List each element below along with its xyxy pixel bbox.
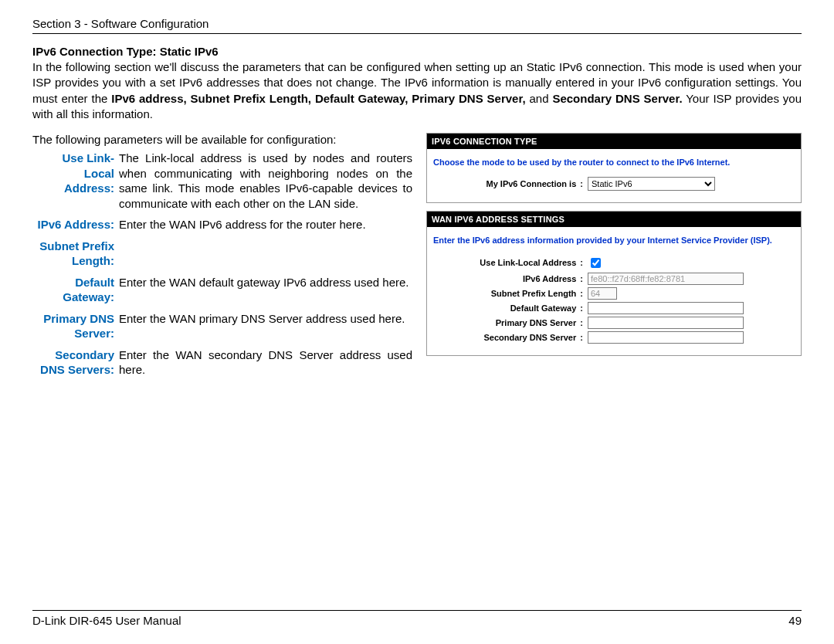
def-row-default-gateway: Default Gateway: Enter the WAN default g… [32, 275, 412, 305]
intro-paragraph: In the following section we'll discuss t… [32, 59, 802, 122]
primary-dns-input[interactable] [588, 317, 744, 329]
intro-text-mid: and [526, 92, 553, 105]
secondary-dns-input[interactable] [588, 331, 744, 344]
panel-note: Enter the IPv6 address information provi… [433, 235, 795, 246]
params-intro: The following parameters will be availab… [32, 133, 412, 146]
form-label: IPv6 Address : [433, 274, 588, 283]
page-title: IPv6 Connection Type: Static IPv6 [32, 45, 802, 58]
def-row-subnet-prefix: Subnet Prefix Length: [32, 239, 412, 269]
page-footer: D-Link DIR-645 User Manual 49 [32, 610, 802, 627]
def-label: Subnet Prefix Length: [32, 239, 119, 269]
section-header: Section 3 - Software Configuration [32, 17, 802, 34]
panel-ipv6-connection-type: IPV6 CONNECTION TYPE Choose the mode to … [426, 133, 802, 203]
def-value: Enter the WAN secondary DNS Server addre… [119, 347, 412, 378]
def-row-secondary-dns: Secondary DNS Servers: Enter the WAN sec… [32, 347, 412, 378]
form-label: Subnet Prefix Length : [433, 289, 588, 298]
def-value: Enter the WAN IPv6 address for the route… [119, 217, 412, 232]
form-row-connection: My IPv6 Connection is : Static IPv6 [433, 177, 795, 191]
form-label: Primary DNS Server : [433, 318, 588, 327]
form-row-use-link-local: Use Link-Local Address : [433, 256, 795, 270]
def-value: Enter the WAN default gateway IPv6 addre… [119, 275, 412, 290]
form-row-secondary-dns: Secondary DNS Server : [433, 331, 795, 344]
panel-wan-ipv6-settings: WAN IPV6 ADDRESS SETTINGS Enter the IPv6… [426, 211, 802, 355]
intro-bold-2: Secondary DNS Server. [552, 92, 682, 105]
def-value: The Link-local address is used by nodes … [119, 151, 412, 211]
form-row-primary-dns: Primary DNS Server : [433, 317, 795, 329]
def-label: Secondary DNS Servers: [32, 347, 119, 378]
panel-header: WAN IPV6 ADDRESS SETTINGS [427, 212, 801, 227]
footer-right: 49 [788, 614, 802, 627]
use-link-local-checkbox[interactable] [591, 258, 601, 268]
def-label: IPv6 Address: [32, 217, 119, 232]
panel-note: Choose the mode to be used by the router… [433, 157, 795, 168]
def-value: Enter the WAN primary DNS Server address… [119, 311, 412, 327]
def-row-primary-dns: Primary DNS Server: Enter the WAN primar… [32, 311, 412, 341]
form-row-ipv6-address: IPv6 Address : [433, 273, 795, 285]
form-row-subnet-prefix: Subnet Prefix Length : [433, 287, 795, 300]
ipv6-address-input[interactable] [588, 273, 744, 285]
intro-bold-1: IPv6 address, Subnet Prefix Length, Defa… [111, 92, 525, 105]
form-label: My IPv6 Connection is : [433, 179, 588, 188]
def-row-ipv6-address: IPv6 Address: Enter the WAN IPv6 address… [32, 217, 412, 232]
def-row-use-link-local: Use Link-Local Address: The Link-local a… [32, 151, 412, 211]
right-column: IPV6 CONNECTION TYPE Choose the mode to … [426, 133, 802, 364]
footer-left: D-Link DIR-645 User Manual [32, 614, 181, 627]
def-label: Use Link-Local Address: [32, 151, 119, 196]
form-label: Default Gateway : [433, 303, 588, 313]
panel-header: IPV6 CONNECTION TYPE [427, 134, 801, 149]
default-gateway-input[interactable] [588, 302, 744, 314]
form-row-default-gateway: Default Gateway : [433, 302, 795, 314]
def-label: Primary DNS Server: [32, 311, 119, 341]
left-column: The following parameters will be availab… [32, 133, 412, 384]
subnet-prefix-input[interactable] [588, 287, 617, 300]
def-label: Default Gateway: [32, 275, 119, 305]
form-label: Secondary DNS Server : [433, 333, 588, 342]
form-label: Use Link-Local Address : [433, 258, 588, 267]
ipv6-connection-select[interactable]: Static IPv6 [588, 177, 715, 191]
